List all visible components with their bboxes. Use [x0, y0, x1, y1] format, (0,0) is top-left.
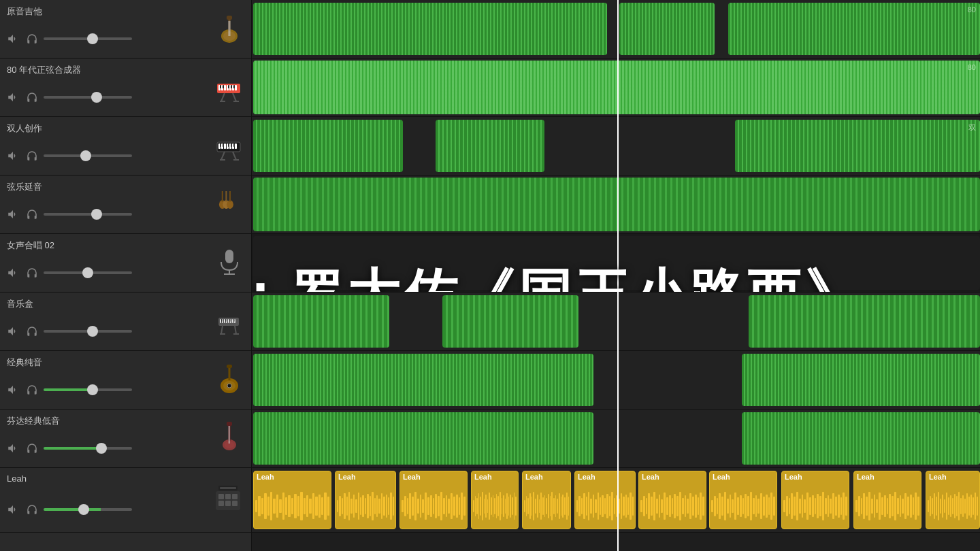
- track-lane-jingdian[interactable]: [252, 351, 980, 410]
- svg-rect-57: [232, 319, 233, 323]
- svg-rect-19: [233, 85, 235, 88]
- volume-slider-yinyue[interactable]: [44, 330, 132, 333]
- volume-slider-leah[interactable]: [44, 508, 132, 511]
- track-lane-leah[interactable]: Leah Leah Leah Leah Leah Leah Leah: [252, 468, 980, 533]
- track-name-duoren: 双人创作: [7, 122, 42, 135]
- leah-clip-label-1: Leah: [257, 473, 274, 481]
- track-lane-yuansheng[interactable]: 80: [252, 0, 980, 59]
- leah-clip-10[interactable]: Leah: [853, 471, 921, 529]
- leah-clip-label-7: Leah: [642, 473, 659, 481]
- leah-clip-label-2: Leah: [338, 473, 356, 481]
- headphone-btn-leah[interactable]: [24, 502, 39, 517]
- headphone-btn-jingdian[interactable]: [24, 382, 39, 397]
- mute-btn-nvsheng[interactable]: [5, 265, 20, 280]
- leah-clip-3[interactable]: Leah: [399, 471, 468, 529]
- headphone-btn-duoren[interactable]: [24, 148, 39, 163]
- mute-btn-yuansheng[interactable]: [5, 31, 20, 46]
- svg-rect-33: [223, 144, 224, 147]
- mute-btn-duoren[interactable]: [5, 148, 20, 163]
- svg-rect-62: [233, 319, 235, 322]
- svg-rect-71: [227, 365, 232, 368]
- mute-btn-yinyue[interactable]: [5, 324, 20, 339]
- mute-btn-synth80[interactable]: [5, 90, 20, 105]
- svg-rect-32: [220, 144, 221, 147]
- volume-slider-synth80[interactable]: [44, 96, 132, 99]
- svg-rect-47: [225, 250, 233, 263]
- track-lane-synth80[interactable]: 80: [252, 59, 980, 117]
- headphone-btn-nvsheng[interactable]: [24, 265, 39, 280]
- track-lane-duoren[interactable]: 双: [252, 117, 980, 176]
- svg-rect-10: [224, 85, 226, 90]
- track-header-xianle: 弦乐延音: [0, 176, 251, 234]
- track-icon-xianle: [214, 185, 243, 224]
- volume-slider-duoren[interactable]: [44, 154, 132, 157]
- svg-line-64: [235, 326, 236, 334]
- svg-rect-51: [220, 319, 221, 323]
- track-name-fenda: 芬达经典低音: [7, 415, 60, 427]
- svg-line-20: [221, 93, 225, 101]
- svg-rect-80: [225, 494, 231, 499]
- svg-rect-16: [223, 85, 224, 88]
- track-name-xianle: 弦乐延音: [7, 181, 42, 193]
- headphone-btn-yuansheng[interactable]: [24, 31, 39, 46]
- svg-rect-53: [224, 319, 225, 323]
- volume-slider-nvsheng[interactable]: [44, 271, 132, 274]
- leah-clip-4[interactable]: Leah: [471, 471, 519, 529]
- leah-clip-label-10: Leah: [857, 473, 875, 481]
- svg-rect-81: [232, 494, 238, 499]
- track-lane-nvsheng[interactable]: 扒谱：罗大佑《国王小路西》: [252, 234, 980, 293]
- svg-rect-46: [229, 191, 231, 201]
- mute-btn-leah[interactable]: [5, 502, 20, 517]
- track-icon-duoren: [214, 127, 243, 165]
- leah-clip-label-11: Leah: [929, 473, 947, 481]
- track-lane-yinyue[interactable]: [252, 293, 980, 351]
- leah-clip-11[interactable]: Leah: [926, 471, 980, 529]
- svg-rect-15: [220, 85, 221, 88]
- leah-clip-6[interactable]: Leah: [574, 471, 636, 529]
- headphone-btn-synth80[interactable]: [24, 90, 39, 105]
- track-header-synth80: 80 年代正弦合成器: [0, 59, 251, 117]
- track-header-fenda: 芬达经典低音: [0, 410, 251, 468]
- svg-rect-17: [228, 85, 229, 88]
- svg-rect-34: [228, 144, 229, 147]
- track-lane-xianle[interactable]: [252, 176, 980, 234]
- svg-rect-59: [221, 319, 223, 322]
- mute-btn-jingdian[interactable]: [5, 382, 20, 397]
- playhead[interactable]: [617, 0, 619, 551]
- volume-slider-xianle[interactable]: [44, 213, 132, 216]
- track-icon-yuansheng: [216, 10, 243, 48]
- leah-clip-8[interactable]: Leah: [709, 471, 777, 529]
- svg-rect-55: [228, 319, 229, 323]
- leah-clip-label-3: Leah: [403, 473, 421, 481]
- track-name-yuansheng: 原音吉他: [7, 5, 42, 18]
- leah-clip-label-8: Leah: [713, 473, 730, 481]
- svg-rect-42: [222, 191, 223, 201]
- leah-clip-7[interactable]: Leah: [638, 471, 706, 529]
- svg-rect-83: [225, 501, 231, 506]
- track-header-jingdian: 经典纯音: [0, 351, 251, 410]
- leah-clip-5[interactable]: Leah: [522, 471, 571, 529]
- track-name-synth80: 80 年代正弦合成器: [7, 64, 81, 76]
- headphone-btn-yinyue[interactable]: [24, 324, 39, 339]
- svg-rect-27: [224, 144, 226, 149]
- headphone-btn-xianle[interactable]: [24, 207, 39, 222]
- volume-slider-yuansheng[interactable]: [44, 37, 132, 40]
- leah-clip-2[interactable]: Leah: [335, 471, 396, 529]
- volume-slider-jingdian[interactable]: [44, 388, 132, 391]
- track-name-jingdian: 经典纯音: [7, 356, 42, 369]
- track-lane-fenda[interactable]: [252, 410, 980, 468]
- mute-btn-fenda[interactable]: [5, 441, 20, 456]
- track-name-nvsheng: 女声合唱 02: [7, 239, 54, 252]
- headphone-btn-fenda[interactable]: [24, 441, 39, 456]
- leah-clip-label-5: Leah: [525, 473, 543, 481]
- svg-rect-60: [225, 319, 227, 322]
- svg-line-63: [221, 326, 223, 334]
- track-name-yinyue: 音乐盒: [7, 298, 33, 310]
- track-icon-fenda: [216, 419, 243, 458]
- mute-btn-xianle[interactable]: [5, 207, 20, 222]
- leah-clip-label-4: Leah: [474, 473, 492, 481]
- volume-slider-fenda[interactable]: [44, 447, 132, 450]
- leah-clip-9[interactable]: Leah: [781, 471, 849, 529]
- leah-clip-1[interactable]: Leah: [253, 471, 331, 529]
- svg-rect-86: [220, 487, 236, 489]
